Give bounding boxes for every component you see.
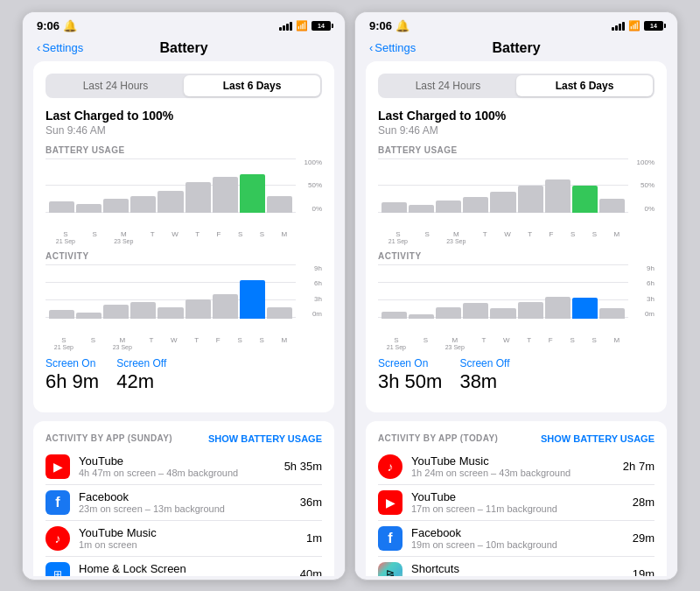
app-list-item[interactable]: ▶ YouTube 17m on screen – 11m background… — [378, 485, 654, 521]
screen-off-value: 42m — [116, 370, 166, 393]
y-label: 9h — [298, 264, 322, 272]
app-icon-facebook: f — [378, 526, 402, 551]
x-label-bottom: 23 Sep — [114, 238, 133, 244]
x-label-top: M — [452, 336, 458, 344]
segment-24h[interactable]: Last 24 Hours — [47, 75, 184, 96]
activity-x-labels: S21 SepSM23 SepTWTFSSM — [46, 336, 322, 350]
app-icon-youtube: ▶ — [378, 490, 402, 515]
battery-bar-0 — [49, 201, 74, 212]
app-icon-homelock: ⊞ — [46, 562, 70, 576]
app-icon-facebook: f — [46, 490, 70, 515]
show-battery-usage-button[interactable]: SHOW BATTERY USAGE — [208, 433, 322, 444]
battery-x-labels: S21 SepSM23 SepTWTFSSM — [46, 230, 322, 244]
x-label-bottom: 23 Sep — [113, 344, 132, 350]
sig-bar-4 — [290, 22, 292, 31]
app-info: Home & Lock Screen 40m on screen — [79, 562, 291, 576]
y-label: 100% — [630, 158, 654, 166]
x-label-group-2: M23 Sep — [446, 230, 466, 244]
x-label-top: S — [424, 230, 429, 238]
battery-bar-8 — [599, 199, 625, 213]
app-time: 36m — [300, 496, 322, 509]
x-label-bottom: 21 Sep — [56, 238, 75, 244]
app-list-item[interactable]: f Facebook 23m on screen – 13m backgroun… — [46, 485, 322, 521]
activity-y-labels: 9h6h3h0m — [298, 264, 322, 319]
activity-bar-4 — [490, 308, 515, 318]
signal-icon — [279, 22, 292, 31]
act-x-label-group-0: S21 Sep — [387, 336, 406, 350]
phones-container: 9:06 🔔 📶 14 ‹ Settings Battery Last 24 H… — [13, 3, 687, 589]
app-name: YouTube — [79, 454, 276, 468]
show-battery-usage-button[interactable]: SHOW BATTERY USAGE — [541, 433, 654, 444]
x-label-group-0: S21 Sep — [56, 230, 75, 244]
x-label-bottom: 23 Sep — [446, 238, 466, 244]
charged-title: Last Charged to 100% — [46, 109, 322, 123]
app-time: 19m — [633, 567, 654, 576]
battery-icon: 14 — [312, 21, 331, 31]
y-label: 100% — [298, 158, 322, 166]
segment-6d[interactable]: Last 6 Days — [516, 75, 653, 96]
x-label-group-4: W — [504, 230, 511, 244]
app-list-item[interactable]: f Facebook 19m on screen – 10m backgroun… — [378, 521, 654, 557]
x-label-top: S — [259, 336, 263, 344]
y-label: 3h — [630, 295, 654, 303]
status-icons: 📶 14 — [279, 20, 331, 32]
signal-icon — [612, 22, 625, 31]
x-label-group-6: F — [217, 230, 221, 244]
battery-bar-5 — [518, 186, 543, 213]
battery-icon: 14 — [644, 21, 663, 31]
app-list-card: ACTIVITY BY APP (TODAY) SHOW BATTERY USA… — [366, 421, 667, 576]
charged-title: Last Charged to 100% — [378, 109, 654, 123]
x-label-top: S — [570, 336, 574, 344]
app-name: YouTube Music — [411, 454, 614, 468]
app-name: Shortcuts — [411, 562, 624, 575]
status-icons: 📶 14 — [612, 20, 663, 32]
x-label-group-9: M — [614, 230, 620, 244]
activity-bar-5 — [518, 302, 543, 319]
act-x-label-group-3: T — [150, 336, 154, 350]
x-label-group-6: F — [550, 230, 554, 244]
app-info: YouTube 4h 47m on screen – 48m backgroun… — [79, 454, 276, 478]
charged-subtitle: Sun 9:46 AM — [378, 124, 654, 137]
segment-control[interactable]: Last 24 Hours Last 6 Days — [46, 74, 322, 98]
app-info: YouTube Music 1h 24m on screen – 43m bac… — [411, 454, 614, 478]
app-list-item[interactable]: ▶ YouTube 4h 47m on screen – 48m backgro… — [46, 449, 322, 485]
app-list-item[interactable]: ♪ YouTube Music 1h 24m on screen – 43m b… — [378, 449, 654, 485]
x-label-group-8: S — [592, 230, 597, 244]
app-list: ▶ YouTube 4h 47m on screen – 48m backgro… — [46, 449, 322, 576]
x-label-top: T — [483, 230, 487, 238]
x-label-top: T — [150, 230, 155, 238]
app-info: YouTube Music 1m on screen — [79, 526, 298, 550]
activity-bars — [378, 264, 628, 319]
y-label: 0m — [630, 310, 654, 318]
x-label-group-9: M — [282, 230, 288, 244]
x-label-top: F — [217, 230, 221, 238]
back-button[interactable]: ‹ Settings — [369, 41, 416, 54]
x-label-top: S — [91, 336, 95, 344]
x-label-top: T — [150, 336, 154, 344]
content-area: Last 24 Hours Last 6 Days Last Charged t… — [23, 61, 345, 576]
y-label: 0% — [630, 205, 654, 213]
screen-off-value: 38m — [459, 370, 509, 393]
sig-bar-1 — [279, 27, 282, 31]
x-label-top: T — [195, 230, 200, 238]
act-x-label-group-5: T — [527, 336, 531, 350]
app-list-item[interactable]: ⊞ Home & Lock Screen 40m on screen 40m — [46, 557, 322, 576]
x-label-group-3: T — [150, 230, 155, 244]
back-button[interactable]: ‹ Settings — [37, 41, 83, 54]
nav-title: Battery — [492, 40, 540, 56]
nav-bar: ‹ Settings Battery — [355, 37, 677, 61]
app-detail: 23m on screen – 13m background — [79, 503, 291, 514]
segment-control[interactable]: Last 24 Hours Last 6 Days — [378, 74, 654, 98]
segment-24h[interactable]: Last 24 Hours — [380, 75, 516, 96]
act-x-label-group-4: W — [171, 336, 178, 350]
segment-6d[interactable]: Last 6 Days — [184, 75, 320, 96]
activity-day-label: ACTIVITY BY APP (SUNDAY) — [46, 433, 172, 443]
act-x-label-group-5: T — [194, 336, 199, 350]
app-name: YouTube — [411, 490, 624, 503]
battery-bar-2 — [436, 201, 461, 213]
screen-off-stat: Screen Off 42m — [116, 357, 166, 393]
app-list-item[interactable]: ♪ YouTube Music 1m on screen 1m — [46, 521, 322, 557]
x-label-top: F — [549, 336, 553, 344]
battery-y-labels: 100%50%0% — [630, 158, 654, 213]
app-list-item[interactable]: ⧎ Shortcuts 19m on screen 19m — [378, 557, 654, 576]
